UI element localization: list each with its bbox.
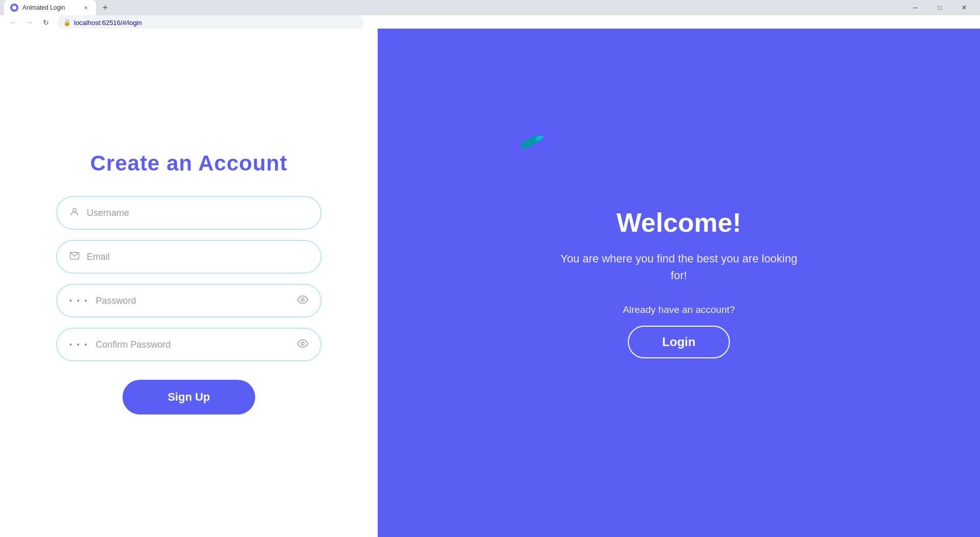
address-input[interactable]: 🔒 localhost:62516/#/login <box>57 15 363 30</box>
email-icon <box>69 251 80 263</box>
browser-actions: ─ □ ✕ <box>899 1 976 15</box>
form-title: Create an Account <box>90 151 288 176</box>
new-tab-button[interactable]: + <box>98 1 112 15</box>
back-button[interactable]: ← <box>6 15 20 30</box>
svg-point-1 <box>73 208 77 212</box>
decorative-pencil-icon <box>521 136 541 146</box>
welcome-subtitle: You are where you find the best you are … <box>551 250 806 284</box>
tab-bar: Animated Login ✕ + ─ □ ✕ <box>0 0 980 15</box>
password-input-wrapper: • • • <box>56 284 322 318</box>
window-controls: ─ □ ✕ <box>903 1 976 15</box>
security-icon: 🔒 <box>63 19 71 26</box>
close-button[interactable]: ✕ <box>952 1 976 15</box>
maximize-button[interactable]: □ <box>928 1 951 15</box>
already-account-text: Already have an account? <box>623 304 735 315</box>
reload-button[interactable]: ↻ <box>39 15 53 30</box>
tab-close-button[interactable]: ✕ <box>82 4 90 12</box>
tab-title: Animated Login <box>22 4 78 11</box>
left-panel: Create an Account <box>0 29 378 537</box>
forward-button[interactable]: → <box>22 15 37 30</box>
browser-tab[interactable]: Animated Login ✕ <box>4 0 96 15</box>
password-toggle-icon[interactable] <box>297 294 308 308</box>
email-input[interactable] <box>87 252 308 262</box>
minimize-button[interactable]: ─ <box>903 1 927 15</box>
username-input-wrapper <box>56 196 322 230</box>
welcome-title: Welcome! <box>617 207 742 238</box>
confirm-password-toggle-icon[interactable] <box>297 338 308 352</box>
username-input[interactable] <box>87 208 308 218</box>
login-button[interactable]: Login <box>628 326 730 358</box>
confirm-password-input[interactable] <box>95 339 290 350</box>
password-input[interactable] <box>95 296 290 306</box>
password-dots-icon: • • • <box>69 297 88 305</box>
url-display: localhost:62516/#/login <box>74 19 142 27</box>
email-input-wrapper <box>56 240 322 274</box>
app-container: Create an Account <box>0 29 980 537</box>
form-container: • • • • • • <box>56 196 322 414</box>
address-bar: ← → ↻ 🔒 localhost:62516/#/login <box>0 15 980 30</box>
svg-point-3 <box>301 298 304 301</box>
signup-button[interactable]: Sign Up <box>122 380 255 414</box>
nav-buttons: ← → ↻ <box>6 15 53 30</box>
right-panel: Welcome! You are where you find the best… <box>378 29 980 537</box>
browser-chrome: Animated Login ✕ + ─ □ ✕ ← → ↻ 🔒 localho… <box>0 0 980 29</box>
confirm-password-input-wrapper: • • • <box>56 328 322 361</box>
tab-favicon <box>10 4 18 12</box>
svg-point-0 <box>12 6 16 10</box>
svg-point-4 <box>301 342 304 345</box>
confirm-password-dots-icon: • • • <box>69 340 88 349</box>
user-icon <box>69 207 80 219</box>
